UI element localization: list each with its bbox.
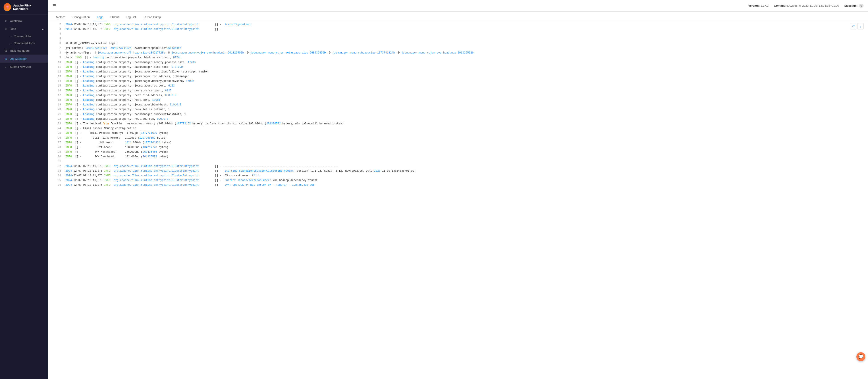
log-row: 352024-02-07 07:18:11,875 INFO org.apach… [48,178,868,183]
line-number: 4 [48,32,64,36]
sidebar-nav: ○ Overview ≡ Jobs ▲ ○ Running Jobs ○ Com… [0,14,48,379]
job-manager-icon: ⊞ [4,57,8,60]
line-number: 13 [48,74,64,79]
tab-configuration[interactable]: Configuration [69,13,93,22]
log-table: 22024-02-07 07:18:11,875 INFO org.apache… [48,22,868,188]
line-number: 23 [48,122,64,126]
log-row: 17INFO [] - Loading configuration proper… [48,93,868,98]
download-button[interactable]: ↓ [857,23,864,29]
log-row: 23INFO [] - The derived from fraction jv… [48,122,868,126]
logo-icon: 🦩 [4,3,11,11]
refresh-button[interactable]: ↺ [850,23,857,29]
top-header: ☰ Version: 1.17.2 Commit: c0027e5 @ 2023… [48,0,868,11]
sidebar-item-running-jobs[interactable]: ○ Running Jobs [0,33,48,40]
tab-log-list[interactable]: Log List [122,13,140,22]
log-toolbar: ↺ ↓ [850,23,864,29]
log-line-content: INFO [] - Loading configuration property… [64,93,868,98]
line-number: 14 [48,79,64,83]
line-number: 32 [48,164,64,169]
log-row: 6RESOURCE_PARAMS extraction logs: [48,41,868,46]
sidebar-item-job-manager[interactable]: ⊞ Job Manager [0,55,48,63]
log-row: 30INFO [] - JVM Overhead: 192.000mb (201… [48,154,868,159]
line-number: 24 [48,126,64,131]
log-line-content [64,32,868,36]
log-line-content: INFO [] - JVM Metaspace: 256.000mb (2684… [64,150,868,154]
log-row: 15INFO [] - Loading configuration proper… [48,83,868,88]
log-row: 322024-02-07 07:18:11,875 INFO org.apach… [48,164,868,169]
log-line-content: RESOURCE_PARAMS extraction logs: [64,41,868,46]
line-number: 31 [48,159,64,164]
log-line-content: 2024-02-07 07:18:11,875 INFO org.apache.… [64,183,868,187]
log-line-content: INFO [] - Loading configuration property… [64,107,868,112]
log-line-content: INFO [] - Loading configuration property… [64,74,868,79]
log-row: 19INFO [] - Loading configuration proper… [48,103,868,107]
chevron-icon: ▲ [42,28,44,30]
log-row: 11INFO [] - Loading configuration proper… [48,65,868,70]
log-line-content: INFO [] - The derived from fraction jvm … [64,122,868,126]
log-line-content [64,159,868,164]
line-number: 34 [48,173,64,178]
log-line-content: INFO [] - Loading configuration property… [64,83,868,88]
sidebar: 🦩 Apache Flink Dashboard ○ Overview ≡ Jo… [0,0,48,379]
sidebar-item-task-managers[interactable]: ⊞ Task Managers [0,46,48,55]
line-number: 27 [48,140,64,145]
log-line-content: logs: INFO [] - Loading configuration pr… [64,55,868,60]
sidebar-item-completed-jobs[interactable]: ○ Completed Jobs [0,40,48,46]
line-number: 5 [48,37,64,41]
version-value: 1.17.2 [761,4,769,7]
line-number: 15 [48,83,64,88]
log-row: 26INFO [] - Total Flink Memory: 1.125gb … [48,136,868,140]
log-line-content: INFO [] - Loading configuration property… [64,98,868,103]
log-row: 342024-02-07 07:18:11,875 INFO org.apach… [48,173,868,178]
tab-thread-dump[interactable]: Thread Dump [140,13,164,22]
hamburger-button[interactable]: ☰ [53,3,56,8]
log-line-content: 2024-02-07 07:18:11,875 INFO org.apache.… [64,173,868,178]
line-number: 9 [48,55,64,60]
log-line-content: jvm_params: -Xmx1073741824 -Xms107374182… [64,46,868,50]
line-number: 6 [48,41,64,46]
sidebar-item-overview[interactable]: ○ Overview [0,17,48,25]
jobs-submenu: ○ Running Jobs ○ Completed Jobs [0,33,48,46]
jobs-icon: ≡ [4,27,8,31]
tabs-bar: Metrics Configuration Logs Stdout Log Li… [48,11,868,22]
line-number: 8 [48,50,64,55]
log-line-content: 2024-02-07 07:18:11,875 INFO org.apache.… [64,22,868,27]
line-number: 18 [48,98,64,103]
version-info: Version: 1.17.2 [748,4,769,7]
sidebar-item-jobs[interactable]: ≡ Jobs ▲ [0,25,48,33]
log-area[interactable]: ↺ ↓ 22024-02-07 07:18:11,875 INFO org.ap… [48,22,868,379]
log-row: 10INFO [] - Loading configuration proper… [48,60,868,65]
log-row: 20INFO [] - Loading configuration proper… [48,107,868,112]
line-number: 3 [48,27,64,32]
log-row: 12INFO [] - Loading configuration proper… [48,70,868,74]
log-row: 28INFO [] - Off-heap: 128.000mb (1342177… [48,145,868,150]
sidebar-item-label: Task Managers [10,49,29,53]
line-number: 35 [48,178,64,183]
sidebar-item-label: Overview [10,19,22,23]
log-line-content: INFO [] - Final Master Memory configurat… [64,126,868,131]
message-count: 0 [859,4,864,8]
line-number: 33 [48,169,64,173]
line-number: 11 [48,65,64,70]
log-line-content: INFO [] - Loading configuration property… [64,89,868,93]
message-label: Message: [844,4,858,7]
logo-area: 🦩 Apache Flink Dashboard [0,0,48,14]
submit-job-icon: ↓ [4,65,8,68]
log-line-content: INFO [] - Off-heap: 128.000mb (134217728… [64,145,868,150]
tab-metrics[interactable]: Metrics [53,13,69,22]
line-number: 28 [48,145,64,150]
log-row: 4 [48,32,868,36]
completed-jobs-icon: ○ [10,42,11,45]
log-row: 21INFO [] - Loading configuration proper… [48,112,868,117]
version-label: Version: [748,4,760,7]
sidebar-item-submit-new-job[interactable]: ↓ Submit New Job [0,63,48,71]
line-number: 20 [48,107,64,112]
chat-fab-button[interactable]: 💬 [857,352,865,361]
sidebar-subitem-label: Running Jobs [13,35,31,38]
task-managers-icon: ⊞ [4,49,8,53]
line-number: 21 [48,112,64,117]
line-number: 17 [48,93,64,98]
tab-stdout[interactable]: Stdout [107,13,122,22]
commit-label: Commit: [774,4,786,7]
tab-logs[interactable]: Logs [93,13,107,22]
